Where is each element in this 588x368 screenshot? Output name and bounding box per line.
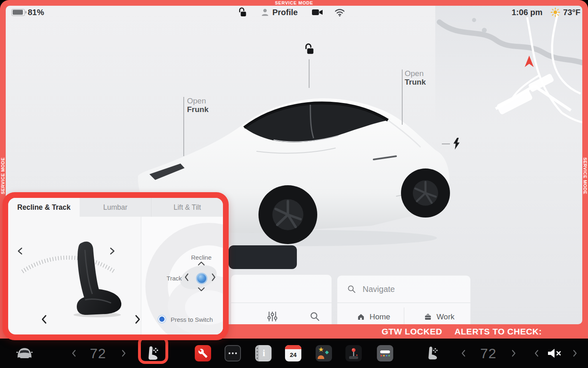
navigate-input[interactable]	[362, 284, 453, 294]
volume-mute-button[interactable]	[546, 339, 563, 368]
chargeport-line	[442, 144, 450, 144]
camcorder-icon	[311, 8, 323, 17]
track-right-arrow[interactable]	[211, 273, 216, 281]
seat-panel-tabs: Recline & Track Lumbar Lift & Tilt	[8, 198, 223, 217]
weather: 73°F	[550, 7, 580, 18]
wrench-icon	[195, 345, 211, 361]
tab-lift-tilt[interactable]: Lift & Tilt	[151, 198, 223, 217]
car-controls-button[interactable]	[15, 339, 34, 368]
info-book-icon: i	[255, 345, 272, 361]
frunk-action-label: Open	[187, 96, 209, 105]
press-to-switch-label: Press to Switch	[171, 316, 223, 323]
track-left-arrow[interactable]	[184, 273, 189, 281]
service-mode-banner-right: SERVICE MODE	[582, 151, 588, 200]
trunk-target-label: Trunk	[405, 78, 426, 86]
vehicle-unlock-icon[interactable]	[304, 43, 314, 55]
recline-up-arrow[interactable]	[198, 261, 205, 266]
wifi-icon	[334, 8, 345, 17]
card-divider	[231, 303, 332, 303]
home-icon	[357, 313, 365, 321]
track-forward-arrow[interactable]	[134, 314, 141, 324]
launcher-card	[231, 275, 332, 324]
passenger-temp-down-arrow[interactable]	[458, 339, 468, 368]
recline-back-arrow[interactable]	[17, 247, 23, 255]
joystick-icon	[345, 345, 362, 361]
toybox-app-button[interactable]	[377, 339, 393, 368]
unlocked-icon	[238, 7, 247, 17]
arcade-app-button[interactable]	[345, 339, 362, 368]
volume-down-arrow[interactable]	[531, 339, 541, 368]
theater-app-button[interactable]: ★ ◆	[316, 339, 332, 368]
briefcase-icon	[424, 313, 432, 321]
dock-seat-highlight	[138, 336, 168, 364]
profile-menu[interactable]: Profile	[261, 7, 298, 18]
recline-down-arrow[interactable]	[198, 287, 205, 292]
frunk-callout-line	[183, 97, 184, 156]
card-vertical-divider	[404, 307, 404, 324]
contacts-app-button[interactable]: i	[255, 339, 272, 368]
battery-status: 81%	[11, 7, 44, 18]
sun-icon	[550, 7, 560, 17]
chargeport-bolt-icon[interactable]	[452, 138, 461, 150]
passenger-temp-up-arrow[interactable]	[509, 339, 519, 368]
press-to-switch-radio[interactable]	[158, 316, 165, 323]
navigate-search-row[interactable]	[337, 276, 470, 303]
calendar-day: 24	[285, 352, 301, 358]
media-card[interactable]	[229, 245, 297, 269]
search-icon	[347, 285, 356, 294]
battery-percent: 81%	[28, 8, 44, 17]
alerts-to-check-label: ALERTS TO CHECK:	[454, 327, 542, 337]
scroll-wheel-button[interactable]	[196, 273, 207, 284]
seat-panel-body: Recline & Track Lumbar Lift & Tilt	[8, 198, 223, 334]
passenger-seat-adjust-button[interactable]	[425, 339, 441, 368]
toybox-icon	[377, 345, 393, 361]
wifi-button[interactable]	[334, 7, 345, 18]
tab-lumbar[interactable]: Lumbar	[80, 198, 151, 217]
map-view	[435, 6, 582, 128]
driver-temp-down-arrow[interactable]	[69, 339, 78, 368]
track-control-label: Track	[149, 275, 182, 282]
dock: 72	[0, 339, 588, 368]
clock: 1:06 pm	[512, 7, 543, 18]
service-mode-screen: 81% Profile	[0, 0, 588, 368]
trunk-callout-line	[402, 70, 403, 125]
lock-button[interactable]	[238, 7, 247, 18]
seat-image	[54, 240, 124, 318]
lock-callout-line	[309, 59, 310, 88]
seat-adjust-icon	[426, 346, 439, 361]
frunk-target-label: Frunk	[187, 105, 209, 114]
work-label: Work	[437, 312, 454, 321]
theater-icon: ★ ◆	[316, 345, 332, 361]
driver-temp[interactable]: 72	[87, 339, 109, 368]
time-label: 1:06 pm	[512, 8, 543, 17]
calendar-icon: 24	[285, 345, 301, 361]
car-icon	[15, 346, 34, 360]
service-mode-banner-left: SERVICE MODE	[0, 151, 6, 200]
all-apps-button[interactable]	[225, 339, 241, 368]
open-frunk-button[interactable]: Open Frunk	[187, 96, 209, 114]
home-label: Home	[370, 312, 390, 321]
home-button[interactable]: Home	[357, 312, 390, 321]
outside-temp-label: 73°F	[563, 8, 580, 17]
open-trunk-button[interactable]: Open Trunk	[405, 69, 426, 86]
card-divider	[337, 303, 470, 303]
calendar-app-button[interactable]: 24	[285, 339, 301, 368]
camera-button[interactable]	[311, 7, 323, 18]
seat-adjust-panel: Recline & Track Lumbar Lift & Tilt	[2, 192, 229, 340]
passenger-temp[interactable]: 72	[477, 339, 500, 368]
navigation-card: Home Work	[337, 276, 470, 324]
speaker-muted-icon	[547, 348, 562, 359]
driver-temp-up-arrow[interactable]	[119, 339, 129, 368]
service-app-button[interactable]	[195, 339, 211, 368]
volume-up-arrow[interactable]	[570, 339, 580, 368]
gtw-status-label: GTW LOCKED	[381, 327, 442, 337]
service-mode-banner-top: SERVICE MODE	[0, 0, 588, 6]
tab-recline-track[interactable]: Recline & Track	[8, 198, 80, 217]
work-button[interactable]: Work	[424, 312, 454, 321]
profile-label: Profile	[272, 8, 298, 17]
search-icon[interactable]	[310, 311, 320, 322]
person-icon	[261, 7, 270, 17]
recline-control-label: Recline	[181, 254, 222, 261]
sliders-icon[interactable]	[267, 311, 278, 322]
track-back-arrow[interactable]	[40, 314, 47, 324]
